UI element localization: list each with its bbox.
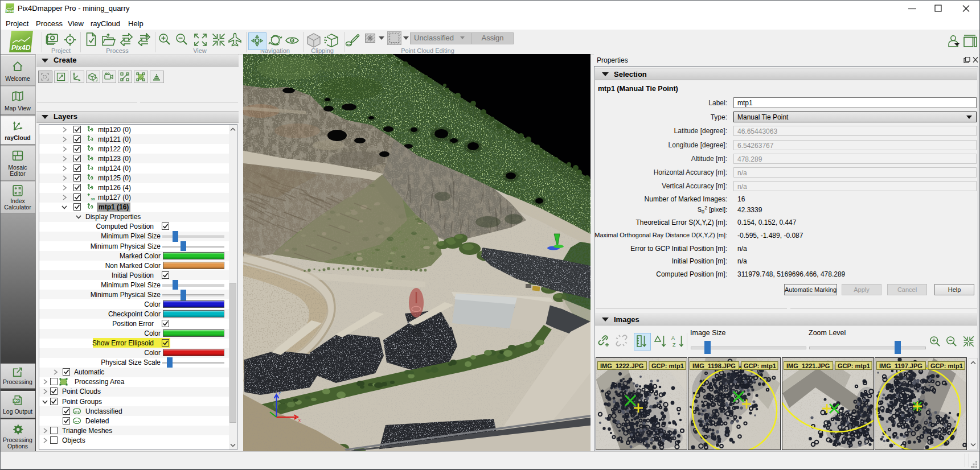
svg-text:IMG_1198.JPG: IMG_1198.JPG bbox=[692, 362, 736, 369]
svg-text:x: x bbox=[298, 418, 301, 423]
svg-text:LOG: LOG bbox=[14, 399, 20, 402]
svg-text:3D: 3D bbox=[91, 197, 96, 201]
svg-text:PIX4D: PIX4D bbox=[6, 10, 15, 13]
svg-text:GCP: mtp1: GCP: mtp1 bbox=[930, 362, 963, 369]
svg-text:IMG_1222.JPG: IMG_1222.JPG bbox=[600, 362, 643, 369]
svg-text:IMG_1221.JPG: IMG_1221.JPG bbox=[786, 362, 830, 369]
svg-text:z: z bbox=[278, 390, 281, 395]
svg-text:GCP: mtp1: GCP: mtp1 bbox=[651, 362, 684, 369]
svg-text:Z: Z bbox=[673, 342, 676, 348]
svg-text:A: A bbox=[671, 335, 675, 341]
svg-text:IMG_1197.JPG: IMG_1197.JPG bbox=[879, 362, 922, 369]
svg-text:GCP: mtp1: GCP: mtp1 bbox=[744, 362, 776, 369]
svg-text:GCP: mtp1: GCP: mtp1 bbox=[838, 362, 870, 369]
